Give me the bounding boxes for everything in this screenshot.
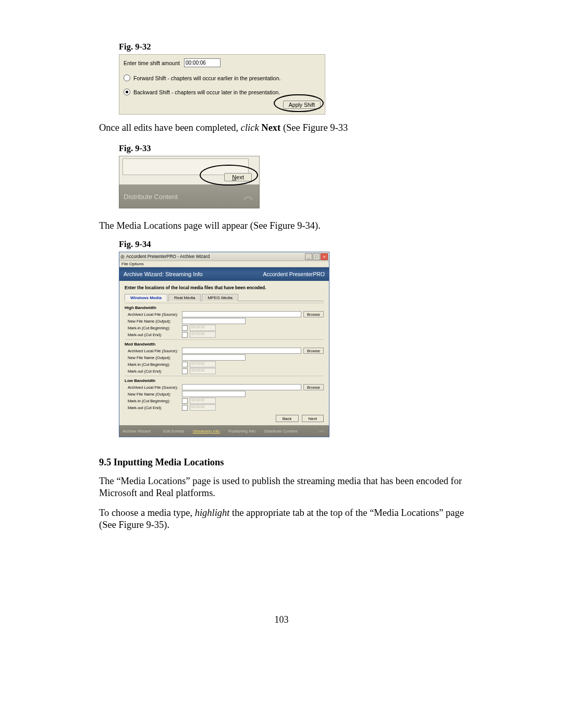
time-shift-input[interactable] bbox=[184, 58, 221, 67]
group-title: Med Bandwidth bbox=[125, 342, 324, 347]
footer-step-publishing: Publishing Info bbox=[228, 429, 255, 434]
window-title: Accordent PresenterPRO - Archive Wizard bbox=[126, 254, 210, 259]
bandwidth-group: Low BandwidthArchived Local File (Source… bbox=[125, 376, 324, 411]
back-button[interactable]: Back bbox=[276, 415, 299, 422]
forward-shift-option[interactable]: Forward Shift - chapters will occur earl… bbox=[124, 75, 321, 81]
fig-caption-32: Fig. 9-32 bbox=[119, 42, 464, 52]
markin-label: Mark-in (Cut Beginning): bbox=[125, 399, 180, 403]
browse-button[interactable]: Browse bbox=[303, 384, 324, 390]
tab-windows-media[interactable]: Windows Media bbox=[125, 294, 167, 301]
app-icon: ◎ bbox=[120, 254, 125, 259]
markout-checkbox[interactable] bbox=[182, 332, 188, 338]
markout-label: Mark-out (Cut End): bbox=[125, 405, 180, 410]
forward-shift-label: Forward Shift - chapters will occur earl… bbox=[133, 75, 280, 81]
markout-checkbox[interactable] bbox=[182, 368, 188, 374]
output-input[interactable] bbox=[182, 318, 246, 324]
wizard-footer: Archive Wizard Edit Events Streaming Inf… bbox=[119, 425, 329, 437]
accordent-logo-icon bbox=[317, 426, 326, 436]
media-tabs: Windows Media Real Media MPEG Media bbox=[125, 293, 324, 301]
footer-left: Archive Wizard bbox=[123, 429, 151, 434]
titlebar: ◎ Accordent PresenterPRO - Archive Wizar… bbox=[119, 252, 329, 261]
radio-unselected-icon bbox=[124, 75, 130, 81]
next-button[interactable]: Next bbox=[224, 173, 252, 181]
output-label: New File Name (Output): bbox=[125, 392, 180, 397]
bandwidth-group: Med BandwidthArchived Local File (Source… bbox=[125, 339, 324, 374]
p4-text-b: highlight bbox=[195, 508, 230, 518]
section-heading-9-5: 9.5 Inputting Media Locations bbox=[99, 457, 464, 468]
para-9-5-1: The “Media Locations” page is used to pu… bbox=[99, 475, 464, 499]
source-input[interactable] bbox=[182, 348, 301, 354]
menubar[interactable]: File Options bbox=[119, 261, 329, 267]
fig-caption-34: Fig. 9-34 bbox=[119, 239, 464, 250]
next-rest: ext bbox=[236, 174, 244, 180]
accordent-logo-icon bbox=[241, 190, 255, 203]
distribute-content-label: Distribute Content bbox=[124, 193, 178, 201]
para-9-5-2: To choose a media type, highlight the ap… bbox=[99, 507, 464, 531]
markout-checkbox[interactable] bbox=[182, 405, 188, 411]
source-label: Archived Local File (Source): bbox=[125, 349, 180, 353]
markout-input[interactable]: 00:00:00 bbox=[190, 331, 216, 338]
browse-button[interactable]: Browse bbox=[303, 311, 324, 317]
output-label: New File Name (Output): bbox=[125, 355, 180, 360]
markout-input[interactable]: 00:00:00 bbox=[190, 368, 216, 374]
source-label: Archived Local File (Source): bbox=[125, 385, 180, 390]
browse-button[interactable]: Browse bbox=[303, 348, 324, 354]
source-label: Archived Local File (Source): bbox=[125, 312, 180, 317]
next-button-wizard[interactable]: Next bbox=[302, 415, 324, 422]
backward-shift-option[interactable]: Backward Shift - chapters will occur lat… bbox=[124, 89, 321, 95]
markin-input[interactable]: 00:00:00 bbox=[190, 325, 216, 331]
markout-label: Mark-out (Cut End): bbox=[125, 369, 180, 374]
markin-input[interactable]: 00:00:00 bbox=[190, 361, 216, 367]
close-button[interactable]: × bbox=[321, 253, 328, 260]
time-shift-label: Enter time shift amount bbox=[124, 60, 180, 66]
maximize-button[interactable]: □ bbox=[313, 253, 320, 260]
radio-selected-icon bbox=[124, 89, 130, 95]
markin-label: Mark-in (Cut Beginning): bbox=[125, 326, 180, 330]
instruction-text: Enter the locations of the local media f… bbox=[125, 285, 324, 290]
p1-text-d: (See Figure 9-33 bbox=[280, 122, 348, 133]
para-after-fig33: The Media Locations page will appear (Se… bbox=[99, 220, 464, 232]
tab-mpeg-media[interactable]: MPEG Media bbox=[202, 294, 238, 301]
markin-input[interactable]: 00:00:00 bbox=[190, 398, 216, 404]
group-title: High Bandwidth bbox=[125, 305, 324, 310]
p4-text-a: To choose a media type, bbox=[99, 508, 195, 518]
markout-label: Mark-out (Cut End): bbox=[125, 332, 180, 337]
markout-input[interactable]: 00:00:00 bbox=[190, 404, 216, 411]
group-title: Low Bandwidth bbox=[125, 378, 324, 383]
markin-checkbox[interactable] bbox=[182, 325, 188, 331]
footer-step-streaming: Streaming Info bbox=[193, 429, 220, 434]
wizard-header: Archive Wizard: Streaming Info Accordent… bbox=[119, 267, 329, 281]
brand-label: Accordent PresenterPRO bbox=[263, 271, 325, 277]
output-input[interactable] bbox=[182, 354, 246, 361]
fig-caption-33: Fig. 9-33 bbox=[119, 143, 464, 154]
footer-step-distribute: Distribute Content bbox=[264, 429, 298, 434]
output-input[interactable] bbox=[182, 391, 246, 397]
markin-checkbox[interactable] bbox=[182, 362, 188, 367]
fig34-window: ◎ Accordent PresenterPRO - Archive Wizar… bbox=[119, 252, 329, 437]
wizard-title: Archive Wizard: Streaming Info bbox=[124, 271, 203, 277]
bandwidth-group: High BandwidthArchived Local File (Sourc… bbox=[125, 303, 324, 338]
para-after-fig32: Once all edits have been completed, clic… bbox=[99, 122, 464, 134]
p1-text-c: Next bbox=[259, 122, 281, 133]
source-input[interactable] bbox=[182, 311, 301, 317]
markin-checkbox[interactable] bbox=[182, 398, 188, 404]
footer-step-edit: Edit Events bbox=[163, 429, 184, 434]
p1-text-b: click bbox=[241, 122, 259, 133]
source-input[interactable] bbox=[182, 384, 301, 390]
minimize-button[interactable]: _ bbox=[305, 253, 312, 260]
fig33-panel: Next Distribute Content bbox=[119, 156, 260, 208]
fig32-panel: Enter time shift amount Forward Shift - … bbox=[119, 54, 325, 115]
backward-shift-label: Backward Shift - chapters will occur lat… bbox=[133, 89, 280, 95]
output-label: New File Name (Output): bbox=[125, 319, 180, 324]
page-number: 103 bbox=[99, 614, 464, 625]
p1-text-a: Once all edits have been completed, bbox=[99, 122, 241, 133]
tab-real-media[interactable]: Real Media bbox=[168, 294, 201, 301]
apply-shift-button[interactable]: Apply Shift bbox=[283, 101, 321, 109]
markin-label: Mark-in (Cut Beginning): bbox=[125, 362, 180, 367]
